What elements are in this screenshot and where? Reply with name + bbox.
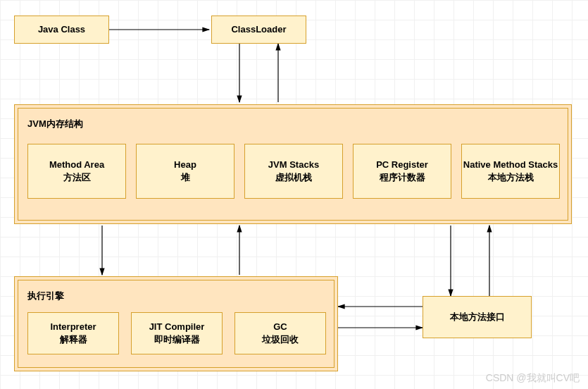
method-area-zh: 方法区 — [63, 171, 91, 184]
native-interface-label: 本地方法接口 — [450, 311, 505, 323]
node-gc: GC 垃圾回收 — [234, 312, 326, 354]
gc-en: GC — [273, 321, 287, 333]
container-execution-engine: 执行引擎 Interpreter 解释器 JIT Compiler 即时编译器 … — [14, 276, 338, 371]
pc-register-zh: 程序计数器 — [380, 171, 425, 184]
node-classloader: ClassLoader — [211, 16, 306, 44]
node-method-area: Method Area 方法区 — [27, 144, 126, 199]
engine-title: 执行引擎 — [27, 290, 64, 302]
jvm-stacks-zh: 虚拟机栈 — [275, 171, 312, 184]
node-native-stacks: Native Method Stacks 本地方法栈 — [461, 144, 560, 199]
watermark: CSDN @我就叫CV吧 — [486, 372, 580, 385]
node-pc-register: PC Register 程序计数器 — [353, 144, 451, 199]
node-interpreter: Interpreter 解释器 — [27, 312, 119, 354]
native-stacks-zh: 本地方法栈 — [488, 171, 534, 184]
native-stacks-en: Native Method Stacks — [463, 159, 558, 171]
jit-en: JIT Compiler — [149, 321, 205, 333]
node-jvm-stacks: JVM Stacks 虚拟机栈 — [244, 144, 343, 199]
gc-zh: 垃圾回收 — [262, 333, 299, 346]
heap-zh: 堆 — [181, 171, 190, 184]
interpreter-zh: 解释器 — [60, 333, 87, 346]
node-native-interface: 本地方法接口 — [423, 296, 532, 338]
node-jit: JIT Compiler 即时编译器 — [131, 312, 223, 354]
node-heap: Heap 堆 — [136, 144, 234, 199]
jvm-memory-title: JVM内存结构 — [27, 118, 83, 130]
heap-en: Heap — [174, 159, 196, 171]
node-java-class: Java Class — [14, 16, 109, 44]
jvm-stacks-en: JVM Stacks — [268, 159, 319, 171]
interpreter-en: Interpreter — [50, 321, 96, 333]
container-jvm-memory: JVM内存结构 Method Area 方法区 Heap 堆 JVM Stack… — [14, 104, 572, 224]
method-area-en: Method Area — [49, 159, 104, 171]
java-class-label: Java Class — [38, 23, 85, 36]
jit-zh: 即时编译器 — [154, 333, 200, 346]
pc-register-en: PC Register — [376, 159, 428, 171]
classloader-label: ClassLoader — [231, 23, 286, 36]
